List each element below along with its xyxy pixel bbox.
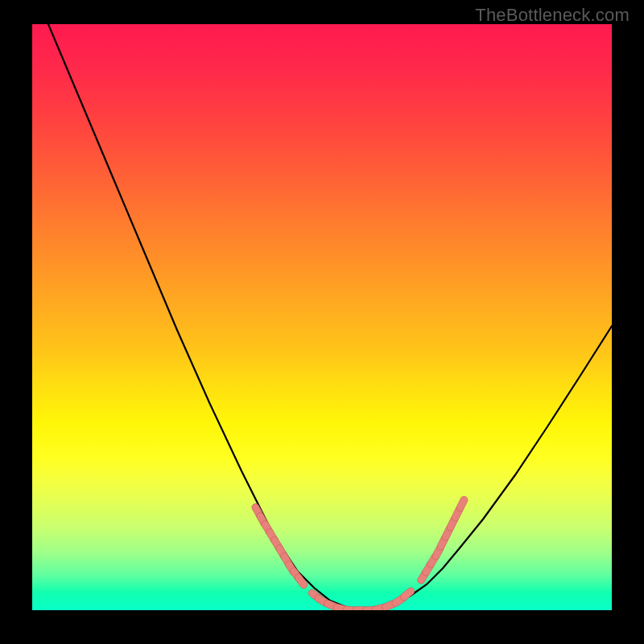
data-marker	[456, 495, 469, 513]
chart-plot-area	[32, 24, 612, 610]
data-marker	[398, 586, 415, 602]
curve-right-arm	[362, 326, 612, 610]
svg-rect-20	[398, 586, 415, 602]
svg-rect-29	[456, 495, 469, 513]
chart-svg	[32, 24, 612, 610]
data-markers	[250, 495, 469, 610]
watermark-text: TheBottleneck.com	[475, 5, 630, 26]
curve-left-arm	[48, 24, 362, 610]
